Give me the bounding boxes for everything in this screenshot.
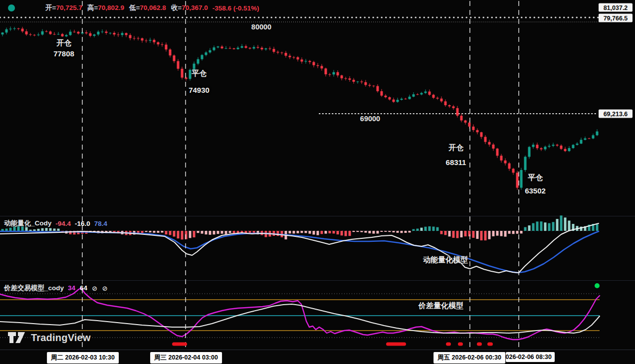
ohlc-legend[interactable]: 开=70,725.7高=70,802.9低=70,062.8收=70,367.0… — [8, 3, 259, 12]
indicator-value: -94.4 — [55, 220, 71, 227]
tradingview-logo-icon — [7, 331, 26, 344]
time-axis-tag[interactable]: 2026-02-06 08:30 — [506, 352, 555, 362]
time-axis-tag[interactable]: 周三 2026-02-04 03:00 — [150, 352, 222, 364]
trade-marker-price: 63502 — [525, 186, 546, 195]
time-axis[interactable]: 周二 2026-02-03 10:30周三 2026-02-04 03:00周五… — [0, 350, 635, 364]
price-axis-tag[interactable]: 81,037.2 — [599, 3, 633, 12]
trade-marker-price: 68311 — [446, 158, 466, 167]
indicator-title: 价差交易模型_cody — [4, 284, 64, 293]
ohlc-field: 开=70,725.7 — [45, 3, 82, 12]
indicator-title: 动能量化_Cody — [4, 219, 51, 228]
horizontal-level-label: 69000 — [360, 115, 380, 123]
trade-marker-price: 74930 — [189, 86, 210, 94]
tradingview-logo-text: TradingView — [31, 332, 91, 344]
spread-panel-header[interactable]: 价差交易模型_cody 3464⊘⊘ — [4, 284, 108, 293]
ohlc-values: 开=70,725.7高=70,802.9低=70,062.8收=70,367.0 — [45, 3, 208, 12]
price-change: -358.6 (-0.51%) — [212, 4, 259, 12]
momentum-panel-header[interactable]: 动能量化_Cody -94.4-16.078.4 — [4, 219, 107, 228]
indicator-value: -16.0 — [75, 220, 90, 227]
price-axis-tag[interactable]: 69,213.6 — [599, 110, 633, 118]
ohlc-field: 收=70,367.0 — [171, 3, 208, 12]
indicator-values: -94.4-16.078.4 — [55, 220, 107, 227]
ohlc-field: 高=70,802.9 — [87, 3, 124, 12]
indicator-value: ⊘ — [92, 284, 97, 292]
indicator-value: 34 — [68, 284, 75, 292]
horizontal-level-label: 80000 — [251, 23, 271, 31]
time-axis-tag[interactable]: 周五 2026-02-06 00:30 — [433, 352, 505, 364]
trade-marker-label: 平仓 — [192, 69, 207, 78]
time-axis-tag[interactable]: 周二 2026-02-03 10:30 — [47, 352, 119, 364]
indicator-value: 78.4 — [94, 220, 107, 227]
price-axis-tag[interactable]: 79,766.5 — [599, 14, 633, 22]
momentum-model-label: 动能量化模型 — [423, 255, 468, 265]
symbol-status-dot — [8, 4, 15, 11]
trade-marker-price: 77808 — [53, 49, 74, 58]
tradingview-watermark: TradingView — [7, 331, 91, 344]
trade-marker-label: 平仓 — [528, 173, 543, 182]
spread-model-label: 价差量化模型 — [419, 301, 463, 311]
indicator-status-dot — [595, 283, 600, 288]
indicator-value: 64 — [80, 284, 87, 292]
tradingview-chart-window: 开=70,725.7高=70,802.9低=70,062.8收=70,367.0… — [0, 0, 635, 364]
ohlc-field: 低=70,062.8 — [129, 3, 166, 12]
indicator-values: 3464⊘⊘ — [68, 284, 108, 292]
indicator-value: ⊘ — [102, 284, 107, 292]
trade-marker-label: 开仓 — [56, 38, 71, 48]
trade-marker-label: 开仓 — [448, 143, 463, 153]
